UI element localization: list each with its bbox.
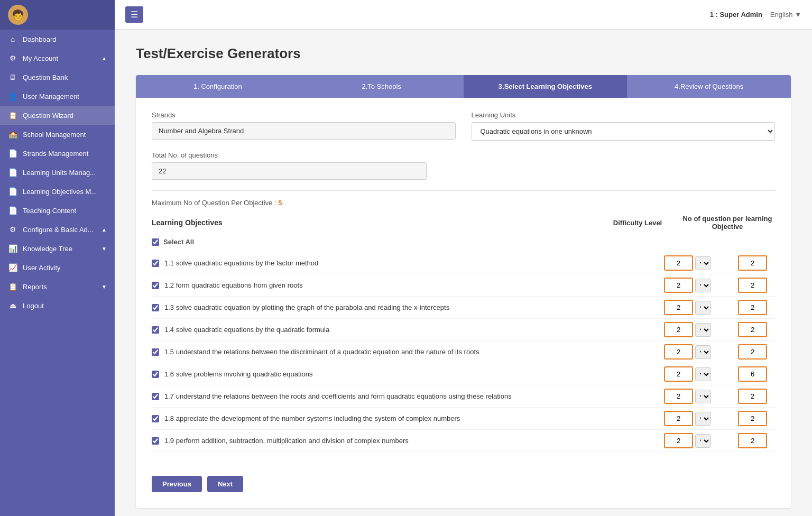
objective-checkbox-1[interactable] [152,260,159,267]
objective-checkbox-6[interactable] [152,371,159,378]
avatar: 🧒 [8,5,28,25]
objectives-header: Learning Objectives Difficulty Level No … [152,215,775,231]
sidebar-label-configure: Configure & Basic Ad... [23,226,94,234]
objective-row: 1.8 appreciate the development of the nu… [152,408,775,430]
sidebar-item-learning-units[interactable]: 📄 Learning Units Manag... [0,163,115,182]
count-input-7[interactable] [738,389,767,404]
topbar-user: 1 : Super Admin [710,11,762,19]
objective-checkbox-9[interactable] [152,437,159,445]
total-questions-input [152,162,427,180]
difficulty-select-6[interactable]: ▼ [695,367,711,381]
difficulty-select-5[interactable]: ▼ [695,345,711,359]
form-row-strands: Strands Learning Units Quadratic equatio… [152,111,775,141]
difficulty-input-9[interactable] [664,433,693,448]
count-cell-4 [738,322,775,337]
topbar-language[interactable]: English ▼ [770,11,801,19]
form-row-total: Total No. of questions [152,151,775,180]
my-account-arrow: ▲ [102,56,107,61]
sidebar-item-question-bank[interactable]: 🖥 Question Bank [0,68,115,87]
learning-units-select[interactable]: Quadratic equations in one unknown [472,122,776,141]
count-input-4[interactable] [738,322,767,337]
difficulty-select-2[interactable]: ▼ [695,279,711,292]
difficulty-cell-5: ▼ [664,344,733,360]
difficulty-select-1[interactable]: ▼ [695,256,711,270]
objective-checkbox-7[interactable] [152,393,159,400]
objectives-list: 1.1 solve quadratic equations by the fac… [152,252,775,452]
difficulty-input-1[interactable] [664,255,693,271]
sidebar-item-learning-objectives[interactable]: 📄 Learning Objectives M... [0,182,115,201]
next-button[interactable]: Next [207,476,243,492]
logout-icon: ⏏ [8,301,17,310]
count-input-9[interactable] [738,433,767,448]
learning-units-group: Learning Units Quadratic equations in on… [472,111,776,141]
difficulty-input-6[interactable] [664,366,693,382]
sidebar-item-configure[interactable]: ⚙ Configure & Basic Ad... ▲ [0,220,115,239]
strands-label: Strands [152,111,456,119]
sidebar-label-school-management: School Management [23,131,86,139]
difficulty-select-4[interactable]: ▼ [695,323,711,337]
difficulty-input-3[interactable] [664,300,693,315]
difficulty-cell-4: ▼ [664,322,733,337]
difficulty-select-3[interactable]: ▼ [695,301,711,315]
count-cell-5 [738,344,775,360]
objective-checkbox-4[interactable] [152,326,159,334]
sidebar-item-school-management[interactable]: 🏫 School Management [0,125,115,144]
count-input-1[interactable] [738,255,767,271]
count-input-2[interactable] [738,278,767,293]
difficulty-input-8[interactable] [664,411,693,426]
objective-checkbox-8[interactable] [152,415,159,422]
sidebar-item-question-wizard[interactable]: 📋 Question Wizard [0,106,115,125]
count-cell-3 [738,300,775,315]
step-tab-1[interactable]: 1. Configuration [136,75,300,98]
page-title: Test/Exercise Generators [136,45,791,62]
sidebar-header: 🧒 [0,0,115,30]
count-input-8[interactable] [738,411,767,426]
step-tab-3[interactable]: 3.Select Learning Objectives [464,75,628,98]
learning-objectives-icon: 📄 [8,187,17,196]
previous-button[interactable]: Previous [152,476,202,492]
difficulty-input-4[interactable] [664,322,693,337]
step-tab-2[interactable]: 2.To Schools [300,75,464,98]
sidebar-label-user-management: User Management [23,93,79,100]
difficulty-input-7[interactable] [664,389,693,404]
count-input-3[interactable] [738,300,767,315]
objective-text-1: 1.1 solve quadratic equations by the fac… [164,259,659,267]
knowledge-tree-icon: 📊 [8,244,17,253]
objective-text-8: 1.8 appreciate the development of the nu… [164,414,659,422]
difficulty-select-8[interactable]: ▼ [695,412,711,426]
sidebar-item-my-account[interactable]: ⚙ My Account ▲ [0,49,115,68]
difficulty-select-7[interactable]: ▼ [695,390,711,403]
count-input-5[interactable] [738,344,767,360]
btn-row: Previous Next [136,465,791,492]
sidebar-item-user-management[interactable]: 👤 User Management [0,87,115,106]
select-all-checkbox[interactable] [152,238,159,246]
count-input-6[interactable] [738,366,767,382]
difficulty-input-5[interactable] [664,344,693,360]
hamburger-button[interactable]: ☰ [125,6,143,23]
objective-checkbox-3[interactable] [152,304,159,311]
difficulty-input-2[interactable] [664,278,693,293]
sidebar-item-knowledge-tree[interactable]: 📊 Knowledge Tree ▼ [0,239,115,258]
sidebar-label-my-account: My Account [23,54,58,62]
difficulty-cell-1: ▼ [664,255,733,271]
sidebar-item-logout[interactable]: ⏏ Logout [0,296,115,315]
sidebar-item-strands-management[interactable]: 📄 Strands Management [0,144,115,163]
sidebar-item-user-activity[interactable]: 📈 User Activity [0,258,115,277]
step-tab-4[interactable]: 4.Review of Questions [627,75,791,98]
objective-checkbox-5[interactable] [152,348,159,356]
objective-checkbox-2[interactable] [152,282,159,289]
question-wizard-icon: 📋 [8,111,17,119]
sidebar-item-dashboard[interactable]: ⌂ Dashboard [0,30,115,49]
sidebar-label-question-wizard: Question Wizard [23,112,73,119]
step-tabs: 1. Configuration2.To Schools3.Select Lea… [136,75,791,98]
learning-units-icon: 📄 [8,168,17,177]
objective-row: 1.5 understand the relations between the… [152,341,775,363]
sidebar-item-teaching-content[interactable]: 📄 Teaching Content [0,201,115,220]
difficulty-select-9[interactable]: ▼ [695,434,711,448]
sidebar-label-dashboard: Dashboard [23,35,57,43]
objective-row: 1.7 understand the relations between the… [152,385,775,408]
objective-text-7: 1.7 understand the relations between the… [164,392,659,400]
sidebar-item-reports[interactable]: 📋 Reports ▼ [0,277,115,296]
school-management-icon: 🏫 [8,130,17,139]
count-cell-6 [738,366,775,382]
